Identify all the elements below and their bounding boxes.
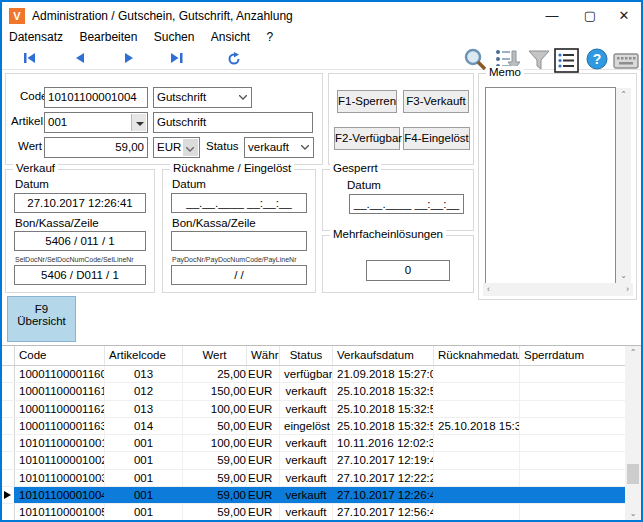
table-vscrollbar[interactable]: ⌃ ⌄	[625, 346, 641, 520]
table-cell: 014	[105, 418, 183, 434]
table-header-row: CodeArtikelcodeWertWähruStatusVerkaufsda…	[2, 346, 641, 366]
table-row[interactable]: 1010110000100300159,00EURverkauft27.10.2…	[2, 470, 641, 487]
memo-title: Memo	[486, 66, 524, 78]
ruecknahme-bon-label: Bon/Kassa/Zeile	[172, 217, 256, 229]
column-header-w-hru[interactable]: Währu	[247, 346, 280, 365]
f4-eingeloest-button[interactable]: F4-Eingelöst	[403, 127, 470, 150]
verkauf-seldoc-field[interactable]: 5406 / D011 / 1	[14, 265, 146, 285]
nav-previous-icon[interactable]	[65, 52, 95, 68]
nav-first-icon[interactable]	[15, 52, 45, 68]
gesperrt-group: Gesperrt Datum __.__.____ __:__:__	[322, 169, 474, 231]
column-header-r-cknahmedatum[interactable]: Rücknahmedatum	[434, 346, 520, 365]
scroll-down-icon[interactable]: ⌄	[616, 271, 631, 281]
row-gutter	[2, 401, 15, 417]
table-cell: 59,00	[183, 487, 247, 503]
minimize-button[interactable]: —	[532, 2, 572, 30]
ruecknahme-datum-label: Datum	[172, 178, 206, 190]
menu-datensatz[interactable]: Datensatz	[9, 30, 63, 44]
artikel-select-value: 001	[48, 116, 67, 128]
list-view-icon[interactable]	[554, 48, 579, 75]
table-row[interactable]: 1010110000100400159,00EURverkauft27.10.2…	[2, 487, 641, 504]
scroll-up-icon[interactable]: ⌃	[616, 90, 631, 100]
table-cell	[520, 487, 641, 503]
current-row-marker-icon	[4, 491, 11, 499]
menu-bearbeiten[interactable]: Bearbeiten	[79, 30, 137, 44]
dropdown-button-icon[interactable]	[131, 114, 146, 131]
ruecknahme-bon-field[interactable]	[171, 231, 307, 251]
table-cell	[520, 401, 641, 417]
artikel-select[interactable]: 001	[44, 112, 148, 133]
column-header-verkaufsdatum[interactable]: Verkaufsdatum	[333, 346, 434, 365]
code-input[interactable]: 10101100001004	[44, 87, 148, 108]
nav-last-icon[interactable]	[162, 52, 192, 68]
refresh-icon[interactable]	[219, 52, 249, 68]
scrollbar-thumb[interactable]	[627, 464, 639, 484]
tab-f9-uebersicht[interactable]: F9 Übersicht	[7, 296, 76, 342]
menu-suchen[interactable]: Suchen	[154, 30, 195, 44]
verkauf-seldoc-label: SelDocNr/SelDocNumCode/SelLineNr	[15, 256, 134, 263]
f3-verkauft-button[interactable]: F3-Verkauft	[403, 90, 469, 113]
scroll-up-icon[interactable]: ⌃	[625, 348, 641, 358]
chevron-down-icon	[183, 139, 198, 156]
scroll-left-icon[interactable]: ‹	[487, 284, 490, 294]
table-cell: 012	[105, 383, 183, 399]
menu-ansicht[interactable]: Ansicht	[211, 30, 250, 44]
table-row[interactable]: 10001100001161012150,00EURverkauft25.10.…	[2, 383, 641, 400]
title-bar: V Administration / Gutschein, Gutschrift…	[2, 2, 641, 30]
memo-textarea[interactable]	[485, 87, 616, 284]
mehrfach-group: Mehrfacheinlösungen 0	[322, 235, 474, 293]
status-select[interactable]: verkauft	[244, 137, 314, 158]
wert-input[interactable]: 59,00	[44, 137, 148, 158]
table-row[interactable]: 1000110000116301450,00EUReingelöst25.10.…	[2, 418, 641, 435]
close-button[interactable]: ✕	[604, 2, 643, 30]
mehrfach-count-field[interactable]: 0	[366, 260, 450, 281]
table-cell: 25,00	[183, 366, 247, 382]
scroll-right-icon[interactable]: ›	[626, 284, 629, 294]
table-cell: 27.10.2017 12:22:21	[333, 470, 434, 486]
verkauf-bon-field[interactable]: 5406 / 011 / 1	[14, 231, 146, 251]
gesperrt-datum-field[interactable]: __.__.____ __:__:__	[349, 194, 464, 214]
table-row[interactable]: 1010110000100200159,00EURverkauft27.10.2…	[2, 452, 641, 469]
tab-f9-line1: F9	[8, 303, 75, 315]
artikel-name-input[interactable]: Gutschrift	[153, 112, 313, 133]
column-header-status[interactable]: Status	[280, 346, 333, 365]
fkeys-group: F1-Sperren F3-Verkauft F2-Verfügbar F4-E…	[328, 73, 474, 165]
table-row[interactable]: 10101100001001001100,00EURverkauft10.11.…	[2, 435, 641, 452]
column-header-sperrdatum[interactable]: Sperrdatum	[520, 346, 641, 365]
table-cell	[520, 470, 641, 486]
search-icon[interactable]	[462, 47, 488, 75]
table-cell: 27.10.2017 12:56:43	[333, 504, 434, 520]
help-icon[interactable]: ?	[584, 47, 610, 75]
verkauf-group: Verkauf Datum 27.10.2017 12:26:41 Bon/Ka…	[5, 169, 155, 293]
verkauf-datum-field[interactable]: 27.10.2017 12:26:41	[14, 193, 146, 213]
memo-vscrollbar[interactable]: ⌃ ⌄	[616, 88, 631, 283]
f1-sperren-button[interactable]: F1-Sperren	[337, 90, 397, 113]
table-cell: 21.09.2018 15:27:04	[333, 366, 434, 382]
currency-select[interactable]: EUR	[153, 137, 200, 158]
table-cell: verfügbar	[280, 366, 333, 382]
ruecknahme-datum-field[interactable]: __.__.____ __:__:__	[171, 193, 307, 213]
table-row[interactable]: 1010110000100500159,00EURverkauft27.10.2…	[2, 504, 641, 520]
fields-group: Code 10101100001004 Gutschrift Artikel 0…	[5, 73, 323, 165]
filter-icon[interactable]	[526, 47, 552, 75]
nav-next-icon[interactable]	[114, 52, 144, 68]
column-header-code[interactable]: Code	[15, 346, 105, 365]
table-row[interactable]: 10001100001162013100,00EURverkauft25.10.…	[2, 401, 641, 418]
table-cell: 59,00	[183, 504, 247, 520]
keyboard-icon[interactable]	[613, 51, 639, 73]
table-cell: 001	[105, 435, 183, 451]
table-cell: 10101100001002	[15, 452, 105, 468]
row-gutter	[2, 504, 15, 520]
table-cell: 001	[105, 452, 183, 468]
type-select[interactable]: Gutschrift	[153, 87, 252, 108]
memo-hscrollbar[interactable]: ‹ ›	[483, 283, 633, 296]
column-header-wert[interactable]: Wert	[183, 346, 247, 365]
table-row[interactable]: 1000110000116001325,00EURverfügbar21.09.…	[2, 366, 641, 383]
f2-verfuegbar-button[interactable]: F2-Verfügbar	[334, 127, 400, 150]
ruecknahme-paydoc-field[interactable]: / /	[171, 265, 307, 285]
table-cell: EUR	[247, 418, 280, 434]
scroll-down-icon[interactable]: ⌄	[625, 509, 641, 519]
menu-help[interactable]: ?	[267, 30, 274, 44]
gesperrt-title: Gesperrt	[330, 162, 381, 174]
column-header-artikelcode[interactable]: Artikelcode	[105, 346, 183, 365]
